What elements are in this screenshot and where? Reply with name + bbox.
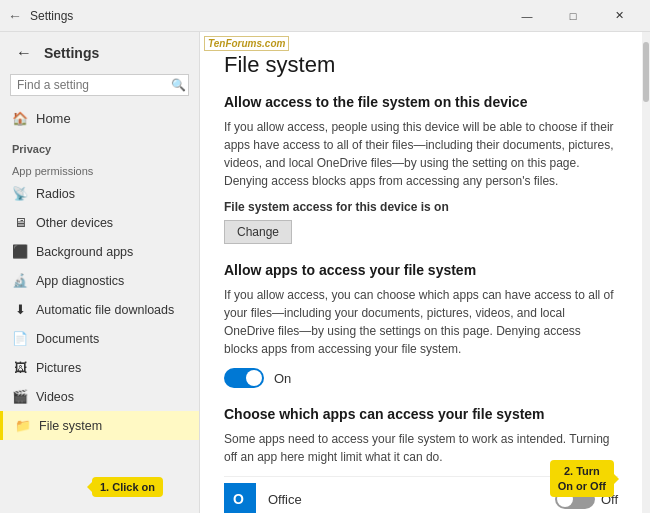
page-title: File system (224, 52, 618, 78)
sidebar-item-file-system[interactable]: 📁 File system (0, 411, 199, 440)
close-button[interactable]: ✕ (596, 0, 642, 32)
sidebar-item-other-devices[interactable]: 🖥 Other devices (0, 208, 199, 237)
sidebar-item-auto-downloads-label: Automatic file downloads (36, 303, 174, 317)
titlebar-back-icon[interactable]: ← (8, 8, 22, 24)
section2-title: Allow apps to access your file system (224, 262, 618, 278)
sidebar-item-file-system-label: File system (39, 419, 102, 433)
sidebar-privacy-heading: Privacy (0, 133, 199, 159)
status-label: File system access for this device is on (224, 200, 618, 214)
sidebar-item-radios-label: Radios (36, 187, 75, 201)
sidebar-item-radios[interactable]: 📡 Radios (0, 179, 199, 208)
videos-icon: 🎬 (12, 389, 28, 404)
sidebar-title: Settings (44, 45, 99, 61)
titlebar: ← Settings — □ ✕ (0, 0, 650, 32)
radios-icon: 📡 (12, 186, 28, 201)
background-apps-icon: ⬛ (12, 244, 28, 259)
file-system-icon: 📁 (15, 418, 31, 433)
sidebar-item-videos-label: Videos (36, 390, 74, 404)
sidebar-app-permissions-heading: App permissions (0, 159, 199, 179)
app-diagnostics-icon: 🔬 (12, 273, 28, 288)
home-label: Home (36, 111, 71, 126)
section3-title: Choose which apps can access your file s… (224, 406, 618, 422)
pictures-icon: 🖼 (12, 360, 28, 375)
sidebar-item-app-diagnostics-label: App diagnostics (36, 274, 124, 288)
toggle1-label: On (274, 371, 291, 386)
main-content: TenForums.com File system Allow access t… (200, 32, 642, 513)
watermark: TenForums.com (204, 36, 289, 51)
sidebar-item-background-apps-label: Background apps (36, 245, 133, 259)
titlebar-left: ← Settings (8, 8, 73, 24)
sidebar-item-documents-label: Documents (36, 332, 99, 346)
sidebar-item-pictures-label: Pictures (36, 361, 81, 375)
office-app-name: Office (268, 492, 555, 507)
office-app-icon: O (224, 483, 256, 513)
change-button[interactable]: Change (224, 220, 292, 244)
scrollbar-thumb[interactable] (643, 42, 649, 102)
sidebar-item-app-diagnostics[interactable]: 🔬 App diagnostics (0, 266, 199, 295)
documents-icon: 📄 (12, 331, 28, 346)
scrollbar-track[interactable] (642, 32, 650, 513)
back-button[interactable]: ← (12, 42, 36, 64)
titlebar-title: Settings (30, 9, 73, 23)
search-icon: 🔍 (171, 78, 186, 92)
sidebar-item-background-apps[interactable]: ⬛ Background apps (0, 237, 199, 266)
allow-apps-toggle[interactable] (224, 368, 264, 388)
callout-click-on: 1. Click on (92, 477, 163, 497)
sidebar-item-documents[interactable]: 📄 Documents (0, 324, 199, 353)
svg-text:O: O (233, 491, 244, 507)
sidebar-item-videos[interactable]: 🎬 Videos (0, 382, 199, 411)
titlebar-controls: — □ ✕ (504, 0, 642, 32)
section1-desc: If you allow access, people using this d… (224, 118, 618, 190)
sidebar: ← Settings 🔍 🏠 Home Privacy App permissi… (0, 32, 200, 513)
other-devices-icon: 🖥 (12, 215, 28, 230)
auto-downloads-icon: ⬇ (12, 302, 28, 317)
sidebar-item-auto-downloads[interactable]: ⬇ Automatic file downloads (0, 295, 199, 324)
toggle1-row: On (224, 368, 618, 388)
sidebar-item-other-devices-label: Other devices (36, 216, 113, 230)
callout-turn-on-off-overlay: 2. Turn On or Off (550, 460, 614, 497)
sidebar-item-home[interactable]: 🏠 Home (0, 104, 199, 133)
section2-desc: If you allow access, you can choose whic… (224, 286, 618, 358)
section1-title: Allow access to the file system on this … (224, 94, 618, 110)
search-box[interactable]: 🔍 (10, 74, 189, 96)
sidebar-item-pictures[interactable]: 🖼 Pictures (0, 353, 199, 382)
minimize-button[interactable]: — (504, 0, 550, 32)
sidebar-header: ← Settings (0, 32, 199, 70)
restore-button[interactable]: □ (550, 0, 596, 32)
home-icon: 🏠 (12, 111, 28, 126)
search-input[interactable] (17, 78, 167, 92)
